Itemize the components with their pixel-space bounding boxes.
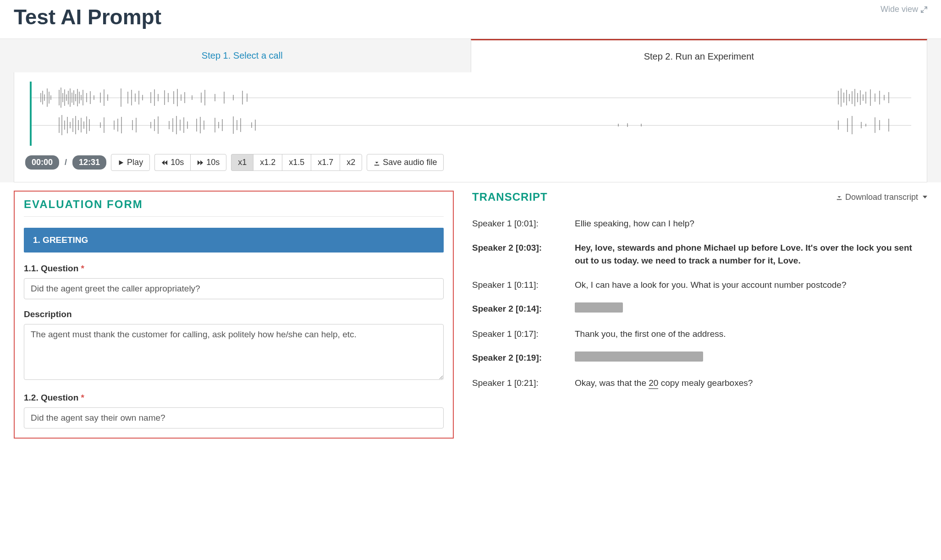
transcript-text <box>575 302 927 317</box>
transcript-text: Okay, was that the 20 copy mealy gearbox… <box>575 377 927 390</box>
underlined-word: 20 <box>649 378 658 389</box>
speed-x1-7-button[interactable]: x1.7 <box>311 154 340 171</box>
question-1-1-input[interactable] <box>24 278 444 299</box>
transcript-title: TRANSCRIPT <box>472 191 548 203</box>
speed-x1-button[interactable]: x1 <box>231 154 253 171</box>
description-label: Description <box>24 309 444 319</box>
save-audio-button[interactable]: Save audio file <box>367 154 444 171</box>
transcript-text: Hey, love, stewards and phone Michael up… <box>575 242 927 268</box>
save-audio-label: Save audio file <box>383 158 437 167</box>
play-button[interactable]: Play <box>111 154 150 171</box>
waveform-track-1-baseline <box>32 98 911 98</box>
transcript-row: Speaker 2 [0:03]:Hey, love, stewards and… <box>472 242 927 268</box>
forward-10s-button[interactable]: 10s <box>190 154 226 171</box>
transcript-row: Speaker 1 [0:01]:Ellie speaking, how can… <box>472 217 927 231</box>
wide-view-toggle[interactable]: Wide view <box>880 5 927 14</box>
speed-x1-5-button[interactable]: x1.5 <box>282 154 311 171</box>
transcript-text: Thank you, the first one of the address. <box>575 328 927 341</box>
description-textarea[interactable] <box>24 324 444 380</box>
transcript-speaker: Speaker 2 [0:14]: <box>472 302 564 317</box>
question-1-1-label: 1.1. Question * <box>24 264 444 274</box>
speed-x2-button[interactable]: x2 <box>340 154 362 171</box>
caret-down-icon <box>923 196 927 198</box>
speed-group: x1x1.2x1.5x1.7x2 <box>231 154 362 171</box>
download-icon <box>374 159 380 166</box>
tab-step-2[interactable]: Step 2. Run an Experiment <box>471 39 928 72</box>
rewind-label: 10s <box>171 158 184 167</box>
transcript-speaker: Speaker 2 [0:19]: <box>472 351 564 366</box>
wide-view-label: Wide view <box>880 5 918 14</box>
download-transcript-dropdown[interactable]: Download transcript <box>836 192 927 202</box>
download-transcript-label: Download transcript <box>845 192 918 202</box>
duration-pill: 12:31 <box>72 155 106 170</box>
expand-icon <box>921 6 927 13</box>
tab-step-1[interactable]: Step 1. Select a call <box>14 39 471 72</box>
page-title: Test AI Prompt <box>14 5 161 29</box>
rewind-icon <box>161 159 168 166</box>
transcript-row: Speaker 1 [0:21]:Okay, was that the 20 c… <box>472 377 927 390</box>
transcript-body: Speaker 1 [0:01]:Ellie speaking, how can… <box>472 217 927 390</box>
audio-controls: 00:00 / 12:31 Play 10s 10s <box>25 154 916 171</box>
waveform-track-2-baseline <box>32 125 911 126</box>
step-tabs: Step 1. Select a call Step 2. Run an Exp… <box>14 39 927 72</box>
transcript-text: Ellie speaking, how can I help? <box>575 217 927 231</box>
transcript-text: Ok, I can have a look for you. What is y… <box>575 279 927 292</box>
waveform[interactable] <box>25 82 916 146</box>
transcript-speaker: Speaker 2 [0:03]: <box>472 242 564 268</box>
forward-label: 10s <box>206 158 220 167</box>
transcript-speaker: Speaker 1 [0:17]: <box>472 328 564 341</box>
download-icon <box>836 194 842 200</box>
question-1-2-label: 1.2. Question * <box>24 393 444 403</box>
rewind-10s-button[interactable]: 10s <box>154 154 190 171</box>
playhead[interactable] <box>30 82 32 146</box>
transcript-row: Speaker 1 [0:11]:Ok, I can have a look f… <box>472 279 927 292</box>
transcript-speaker: Speaker 1 [0:11]: <box>472 279 564 292</box>
transcript-speaker: Speaker 1 [0:01]: <box>472 217 564 231</box>
evaluation-form-panel: EVALUATION FORM 1. GREETING 1.1. Questio… <box>14 191 454 439</box>
redacted-segment <box>575 351 703 362</box>
redacted-segment <box>575 302 623 313</box>
transcript-row: Speaker 1 [0:17]:Thank you, the first on… <box>472 328 927 341</box>
current-time-pill: 00:00 <box>25 155 59 170</box>
transcript-speaker: Speaker 1 [0:21]: <box>472 377 564 390</box>
time-separator: / <box>64 158 68 167</box>
play-label: Play <box>127 158 143 167</box>
section-greeting-header[interactable]: 1. GREETING <box>24 228 444 253</box>
seek-group: 10s 10s <box>154 154 226 171</box>
transcript-text <box>575 351 927 366</box>
forward-icon <box>197 159 204 166</box>
evaluation-form-title: EVALUATION FORM <box>24 198 444 217</box>
transcript-row: Speaker 2 [0:14]: <box>472 302 927 317</box>
question-1-2-input[interactable] <box>24 407 444 428</box>
transcript-row: Speaker 2 [0:19]: <box>472 351 927 366</box>
play-icon <box>118 159 124 166</box>
audio-panel: 00:00 / 12:31 Play 10s 10s <box>14 72 927 182</box>
speed-x1-2-button[interactable]: x1.2 <box>253 154 282 171</box>
